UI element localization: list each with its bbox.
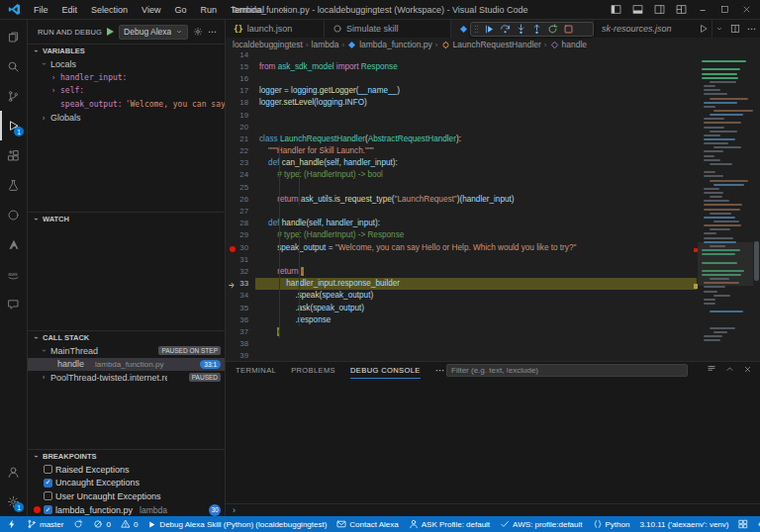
panel-tab-terminal[interactable]: TERMINAL [236, 362, 276, 379]
scope-locals[interactable]: ›Locals [28, 57, 225, 71]
variables-section-header[interactable]: › VARIABLES [28, 44, 225, 57]
scope-globals[interactable]: ›Globals [28, 111, 225, 125]
code-line-22[interactable]: 22 """Handler for Skill Launch.""" [226, 145, 697, 157]
line-number[interactable]: 29 [226, 230, 255, 239]
breadcrumb-lambda[interactable]: lambda [312, 40, 339, 49]
menu-selection[interactable]: Selection [84, 5, 135, 15]
line-number[interactable]: 15 [226, 62, 255, 71]
line-number[interactable]: 28 [226, 219, 255, 227]
line-number[interactable]: 19 [226, 111, 255, 120]
breakpoint-row[interactable]: ✓Uncaught Exceptions [28, 477, 225, 490]
code-line-37[interactable]: 37 ) [226, 325, 697, 337]
panel-tab-problems[interactable]: PROBLEMS [291, 362, 335, 379]
line-number[interactable]: 20 [226, 123, 255, 132]
stop-icon[interactable] [561, 23, 576, 36]
line-number[interactable]: 39 [226, 351, 255, 360]
code-line-34[interactable]: 34 .speak(speak_output) [226, 290, 697, 302]
call-stack-thread[interactable]: › MainThread PAUSED ON STEP [28, 344, 225, 358]
status-feedback[interactable] [753, 516, 760, 532]
menu-edit[interactable]: Edit [55, 5, 85, 15]
breakpoint-checkbox[interactable] [44, 465, 52, 474]
status-aws-profile[interactable]: AWS: profile:default [495, 516, 587, 532]
menu-go[interactable]: Go [167, 5, 193, 15]
variable-row[interactable]: ›self: [28, 84, 225, 98]
status-extension-status[interactable] [733, 516, 753, 532]
minimize-button[interactable]: – [693, 1, 712, 19]
code-line-26[interactable]: 26 return ask_utils.is_request_type("Lau… [226, 193, 697, 205]
minimap-slider[interactable] [698, 242, 753, 286]
maximize-panel-icon[interactable] [725, 365, 734, 374]
code-line-36[interactable]: 36 .response [226, 313, 697, 325]
breakpoint-icon[interactable] [230, 246, 236, 252]
run-dropdown-chevron-icon[interactable] [715, 25, 723, 33]
toggle-sidebar-icon[interactable] [606, 1, 625, 19]
status-ask-profile[interactable]: ASK Profile: default [404, 516, 495, 532]
line-number[interactable]: 36 [226, 315, 255, 324]
status-debug-config[interactable]: Debug Alexa Skill (Python) (localdebuggi… [142, 516, 332, 532]
line-number[interactable]: 24 [226, 170, 255, 179]
menu-run[interactable]: Run [193, 5, 224, 15]
panel-more-tabs-icon[interactable]: ⋯ [435, 365, 445, 376]
split-editor-icon[interactable] [730, 24, 740, 34]
code-line-28[interactable]: 28 def handle(self, handler_input): [226, 218, 697, 229]
step-over-icon[interactable] [498, 23, 513, 36]
variable-row[interactable]: speak_output: 'Welcome, you can say… [28, 98, 225, 112]
line-number[interactable]: 32 [226, 267, 255, 276]
step-out-icon[interactable] [529, 23, 544, 36]
code-line-18[interactable]: 18logger.setLevel(logging.INFO) [226, 97, 697, 109]
activitybar-alexa-skills-toolkit[interactable] [0, 200, 27, 229]
line-number[interactable]: 21 [226, 134, 255, 143]
panel-tab-debug-console[interactable]: DEBUG CONSOLE [350, 362, 421, 379]
code-line-17[interactable]: 17logger = logging.getLogger(__name__) [226, 85, 697, 97]
line-number[interactable]: 16 [226, 74, 255, 83]
activitybar-accounts[interactable] [0, 457, 27, 487]
code-line-29[interactable]: 29 # type: (HandlerInput) -> Response [226, 229, 697, 241]
code-editor[interactable]: 1415from ask_sdk_model import Response16… [226, 51, 760, 361]
tab-sk-resources.json[interactable]: sk-resources.json [594, 20, 712, 38]
minimap[interactable] [700, 54, 749, 343]
code-line-21[interactable]: 21class LaunchRequestHandler(AbstractReq… [226, 133, 697, 144]
breadcrumb-launchrequesthandler[interactable]: LaunchRequestHandler [441, 40, 541, 49]
debug-console-filter-input[interactable] [446, 364, 688, 377]
line-number[interactable]: 25 [226, 183, 255, 192]
activitybar-manage-settings[interactable]: 1 [0, 487, 27, 516]
breadcrumb-lambda-function.py[interactable]: lambda_function.py [347, 40, 432, 49]
toggle-panel-icon[interactable] [627, 1, 647, 19]
more-actions-icon[interactable]: ⋯ [208, 27, 217, 37]
code-line-27[interactable]: 27 [226, 205, 697, 217]
debug-config-dropdown[interactable]: Debug Alexa [119, 25, 188, 40]
start-debug-icon[interactable] [107, 28, 114, 36]
gear-icon[interactable] [193, 27, 203, 37]
line-number[interactable]: 14 [226, 51, 255, 59]
status-warnings[interactable]: 0 [116, 516, 142, 532]
line-number[interactable]: 26 [226, 195, 255, 204]
code-line-35[interactable]: 35 .ask(speak_output) [226, 302, 697, 313]
continue-icon[interactable] [482, 23, 497, 36]
run-python-file-icon[interactable] [699, 24, 709, 34]
line-number[interactable]: 31 [226, 255, 255, 264]
code-line-32[interactable]: 32 return ( [226, 265, 697, 277]
status-sync[interactable] [68, 516, 88, 532]
code-line-15[interactable]: 15from ask_sdk_model import Response [226, 60, 697, 72]
output-settings-icon[interactable] [707, 364, 716, 374]
editor-scrollbar[interactable] [754, 241, 759, 281]
customize-layout-icon[interactable] [671, 1, 691, 19]
activitybar-aws[interactable]: aws [0, 259, 27, 289]
line-number[interactable]: 17 [226, 86, 255, 95]
menu-file[interactable]: File [27, 5, 55, 15]
line-number[interactable]: 37 [226, 327, 255, 336]
step-into-icon[interactable] [514, 23, 528, 36]
code-line-31[interactable]: 31 [226, 253, 697, 265]
code-line-20[interactable]: 20 [226, 121, 697, 133]
activitybar-testing[interactable] [0, 170, 27, 200]
toolbar-drag-handle[interactable] [474, 25, 479, 34]
line-number[interactable]: 34 [226, 291, 255, 300]
activitybar-run-and-debug[interactable]: 1 [0, 111, 27, 140]
restart-icon[interactable] [545, 23, 560, 36]
line-number[interactable]: 33 [226, 279, 255, 288]
editor-more-actions-icon[interactable]: ⋯ [747, 24, 756, 34]
line-number[interactable]: 30 [226, 243, 255, 252]
status-contact-alexa[interactable]: Contact Alexa [332, 516, 403, 532]
line-number[interactable]: 18 [226, 98, 255, 107]
call-stack-frame[interactable]: handle lambda_function.py 33:1 [28, 358, 225, 372]
